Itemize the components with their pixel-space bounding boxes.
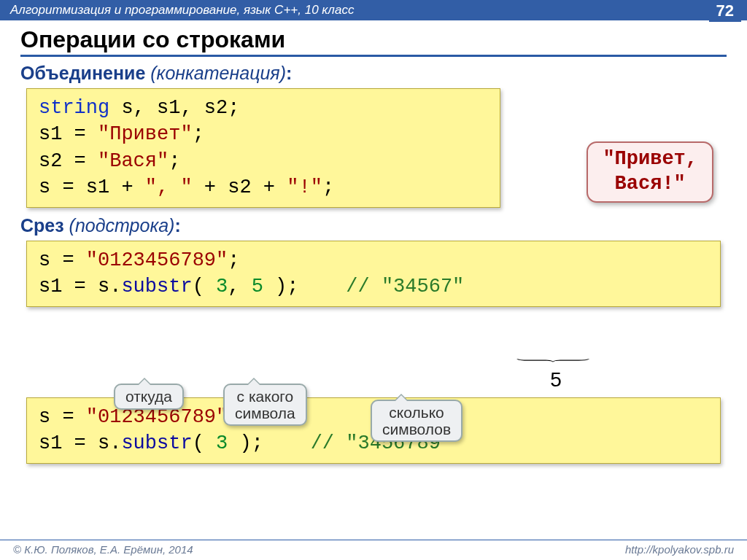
- page-number: 72: [709, 0, 741, 22]
- code-line: s = "0123456789";: [39, 247, 708, 273]
- callout-from-char: с какого символа: [223, 384, 307, 426]
- code-block-substr1: s = "0123456789"; s1 = s.substr( 3, 5 );…: [26, 241, 721, 307]
- section-paren: (конкатенация): [150, 63, 286, 83]
- brace-count: 5: [550, 368, 562, 391]
- section-paren: (подстрока): [69, 215, 175, 236]
- code-block-concat: string s, s1, s2; s1 = "Привет"; s2 = "В…: [26, 88, 500, 208]
- slide-title: Операции со строками: [20, 26, 727, 57]
- section-keyword: Срез: [20, 215, 64, 236]
- slide-footer: © К.Ю. Поляков, Е.А. Ерёмин, 2014 http:/…: [0, 540, 747, 560]
- result-bubble: "Привет, Вася!": [587, 141, 713, 203]
- callout-source: откуда: [114, 384, 184, 410]
- code-line: s1 = s.substr( 3, 5 ); // "34567": [39, 273, 708, 300]
- callout-how-many: сколько символов: [371, 400, 462, 442]
- slide-content: Операции со строками Объединение (конкат…: [0, 20, 747, 464]
- section-concat-heading: Объединение (конкатенация):: [20, 63, 727, 84]
- footer-url: http://kpolyakov.spb.ru: [625, 543, 734, 556]
- slide-header: Алгоритмизация и программирование, язык …: [0, 0, 747, 20]
- section-keyword: Объединение: [20, 63, 145, 83]
- code-line: string s, s1, s2;: [39, 95, 488, 121]
- section-substr-heading: Срез (подстрока):: [20, 215, 727, 236]
- copyright: © К.Ю. Поляков, Е.А. Ерёмин, 2014: [13, 543, 193, 556]
- code-line: s = s1 + ", " + s2 + "!";: [39, 174, 488, 201]
- brace-annotation: ︸ 5: [512, 357, 600, 392]
- code-line: s1 = "Привет";: [39, 121, 488, 147]
- code-line: s2 = "Вася";: [39, 148, 488, 174]
- brace-icon: ︸: [363, 358, 747, 365]
- course-title: Алгоритмизация и программирование, язык …: [10, 3, 354, 18]
